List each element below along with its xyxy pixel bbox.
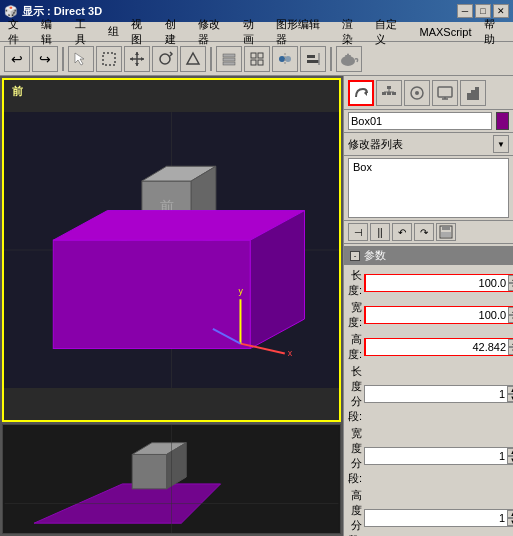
svg-marker-7	[141, 57, 144, 61]
right-btn-utilities[interactable]	[460, 80, 486, 106]
right-btn-hierarchy[interactable]	[376, 80, 402, 106]
svg-point-17	[279, 56, 285, 62]
param-input-group-width: ▲ ▼	[364, 306, 513, 324]
param-label-width-segs: 宽度分段:	[348, 426, 362, 486]
param-label-length-segs: 长度分段:	[348, 364, 362, 424]
toolbar-redo[interactable]: ↪	[32, 46, 58, 72]
toolbar-rotate[interactable]	[152, 46, 178, 72]
spin-up-height-segs[interactable]: ▲	[507, 510, 513, 518]
param-label-height-segs: 高度分段:	[348, 488, 362, 536]
toolbar-sep2	[210, 47, 212, 71]
svg-text:y: y	[239, 286, 244, 296]
right-panel: 修改器列表 ▼ Box ⊣ || ↶ ↷ - 参数	[343, 76, 513, 536]
svg-rect-15	[251, 60, 256, 65]
toolbar-align[interactable]	[300, 46, 326, 72]
svg-marker-9	[187, 53, 199, 64]
spin-up-length[interactable]: ▲	[508, 275, 513, 283]
param-input-group-length: ▲ ▼	[364, 274, 513, 292]
param-row-length: 长度: ▲ ▼	[344, 267, 513, 299]
menu-view[interactable]: 视图	[125, 16, 158, 48]
menu-custom[interactable]: 自定义	[369, 16, 413, 48]
viewport-bottom[interactable]	[2, 424, 341, 534]
menu-tools[interactable]: 工具	[69, 16, 102, 48]
param-input-group-height-segs: ▲ ▼	[364, 509, 513, 527]
modifier-item-box[interactable]: Box	[349, 159, 508, 175]
panel-btn-pin[interactable]: ⊣	[348, 223, 368, 241]
param-input-height-segs[interactable]	[365, 510, 507, 526]
svg-rect-21	[307, 60, 319, 63]
section-toggle[interactable]: -	[350, 251, 360, 261]
menu-help[interactable]: 帮助	[478, 16, 511, 48]
panel-btn-save[interactable]	[436, 223, 456, 241]
spin-btns-length: ▲ ▼	[508, 275, 513, 291]
param-input-width[interactable]	[366, 307, 508, 323]
main-layout: 前	[0, 76, 513, 536]
svg-rect-11	[223, 58, 235, 61]
right-btn-motion[interactable]	[404, 80, 430, 106]
modifier-dropdown-arrow[interactable]: ▼	[493, 135, 509, 153]
menu-create[interactable]: 创建	[159, 16, 192, 48]
param-label-width: 宽度:	[348, 300, 362, 330]
svg-rect-24	[345, 55, 351, 57]
menu-group[interactable]: 组	[102, 23, 125, 40]
svg-point-18	[285, 56, 291, 62]
svg-rect-57	[438, 87, 452, 97]
minimize-button[interactable]: ─	[457, 4, 473, 18]
menu-render[interactable]: 渲染	[336, 16, 369, 48]
param-row-width-segs: 宽度分段: ▲ ▼	[344, 425, 513, 487]
params-section: - 参数 长度: ▲ ▼ 宽度:	[344, 244, 513, 536]
param-input-height[interactable]	[366, 339, 508, 355]
object-name-input[interactable]	[348, 112, 492, 130]
spin-up-width[interactable]: ▲	[508, 307, 513, 315]
menu-animation[interactable]: 动画	[237, 16, 270, 48]
panel-btn-undo[interactable]: ↶	[392, 223, 412, 241]
toolbar-teapot[interactable]	[336, 46, 362, 72]
menu-edit[interactable]: 编辑	[35, 16, 68, 48]
spin-down-length-segs[interactable]: ▼	[507, 394, 513, 402]
menu-bar: 文件 编辑 工具 组 视图 创建 修改器 动画 图形编辑器 渲染 自定义 MAX…	[0, 22, 513, 42]
menu-file[interactable]: 文件	[2, 16, 35, 48]
param-input-width-segs[interactable]	[365, 448, 507, 464]
modifier-label: 修改器列表	[348, 137, 491, 152]
right-btn-display[interactable]	[432, 80, 458, 106]
menu-maxscript[interactable]: MAXScript	[414, 25, 478, 39]
panel-btn-pause[interactable]: ||	[370, 223, 390, 241]
param-row-width: 宽度: ▲ ▼	[344, 299, 513, 331]
toolbar-undo[interactable]: ↩	[4, 46, 30, 72]
spin-down-height[interactable]: ▼	[508, 347, 513, 355]
spin-down-width[interactable]: ▼	[508, 315, 513, 323]
spin-up-width-segs[interactable]: ▲	[507, 448, 513, 456]
svg-marker-6	[130, 57, 133, 61]
param-input-group-height: ▲ ▼	[364, 338, 513, 356]
spin-down-length[interactable]: ▼	[508, 283, 513, 291]
toolbar-mirror[interactable]	[272, 46, 298, 72]
menu-modifier[interactable]: 修改器	[192, 16, 236, 48]
params-title: 参数	[364, 248, 386, 263]
svg-rect-62	[475, 87, 479, 100]
spin-down-width-segs[interactable]: ▼	[507, 456, 513, 464]
viewport-top[interactable]: 前	[2, 78, 341, 422]
toolbar-select[interactable]	[68, 46, 94, 72]
svg-marker-4	[135, 52, 139, 55]
toolbar-grid[interactable]	[244, 46, 270, 72]
spin-down-height-segs[interactable]: ▼	[507, 518, 513, 526]
svg-rect-61	[471, 90, 475, 100]
spin-up-height[interactable]: ▲	[508, 339, 513, 347]
spin-btns-height: ▲ ▼	[508, 339, 513, 355]
spin-up-length-segs[interactable]: ▲	[507, 386, 513, 394]
param-input-length-segs[interactable]	[365, 386, 507, 402]
scene-3d: 前 x y	[4, 80, 339, 420]
toolbar-move[interactable]	[124, 46, 150, 72]
toolbar-region[interactable]	[96, 46, 122, 72]
svg-point-56	[415, 91, 419, 95]
svg-point-8	[160, 54, 170, 64]
color-swatch[interactable]	[496, 112, 509, 130]
svg-point-23	[341, 56, 355, 66]
toolbar-layer[interactable]	[216, 46, 242, 72]
panel-btn-redo[interactable]: ↷	[414, 223, 434, 241]
toolbar-scale[interactable]	[180, 46, 206, 72]
param-input-length[interactable]	[366, 275, 508, 291]
menu-graph[interactable]: 图形编辑器	[270, 16, 336, 48]
right-btn-modify[interactable]	[348, 80, 374, 106]
svg-rect-12	[223, 62, 235, 65]
